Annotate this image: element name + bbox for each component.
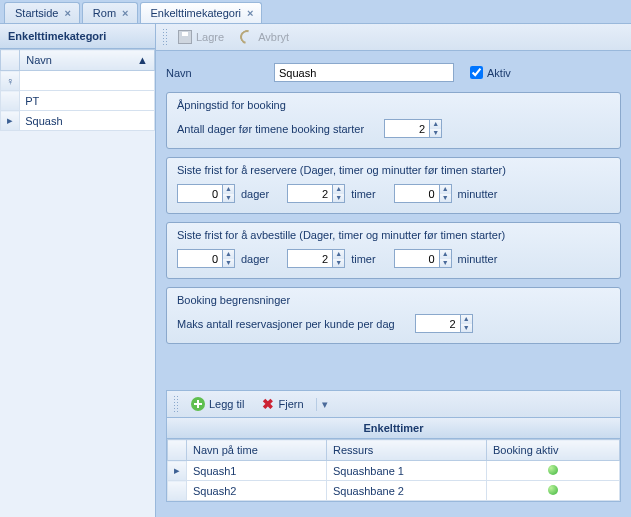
spin-down-icon[interactable]: ▼ <box>430 129 441 138</box>
spin-up-icon[interactable]: ▲ <box>223 250 234 259</box>
spin-down-icon[interactable]: ▼ <box>223 194 234 203</box>
plus-icon <box>191 397 205 411</box>
tab-label: Enkelttimekategori <box>151 7 242 19</box>
row-indicator <box>1 91 20 111</box>
table-row[interactable]: Squash2 Squashbane 2 <box>168 481 620 501</box>
dropdown-icon[interactable]: ▾ <box>316 398 330 411</box>
row-indicator: ▸ <box>168 461 187 481</box>
cell-active[interactable] <box>487 481 620 501</box>
grid-toolbar: Legg til ✖ Fjern ▾ <box>166 390 621 417</box>
spin-down-icon[interactable]: ▼ <box>223 259 234 268</box>
row-indicator-header[interactable] <box>168 440 187 461</box>
reserve-days-spinner[interactable]: ▲▼ <box>177 184 235 203</box>
spin-up-icon[interactable]: ▲ <box>333 185 344 194</box>
reserve-mins-input[interactable] <box>395 185 439 202</box>
add-button[interactable]: Legg til <box>185 395 250 413</box>
sidebar-grid: Navn ▲ ♀ PT ▸ Squash <box>0 49 155 131</box>
cell-resource[interactable]: Squashbane 1 <box>327 461 487 481</box>
spin-down-icon[interactable]: ▼ <box>440 259 451 268</box>
spin-up-icon[interactable]: ▲ <box>430 120 441 129</box>
tab-startside[interactable]: Startside × <box>4 2 80 23</box>
sidebar: Enkelttimekategori Navn ▲ ♀ PT ▸ Squash <box>0 24 156 517</box>
reserve-deadline-group: Siste frist for å reservere (Dager, time… <box>166 157 621 214</box>
opening-days-label: Antall dager før timene booking starter <box>177 123 364 135</box>
cell-name[interactable]: Squash1 <box>187 461 327 481</box>
unit-hours: timer <box>351 188 375 200</box>
column-header-active[interactable]: Booking aktiv <box>487 440 620 461</box>
spin-down-icon[interactable]: ▼ <box>333 259 344 268</box>
remove-button[interactable]: ✖ Fjern <box>256 395 309 413</box>
grid-title: Enkelttimer <box>167 418 620 439</box>
reserve-days-input[interactable] <box>178 185 222 202</box>
tab-label: Startside <box>15 7 58 19</box>
content-pane: Lagre Avbryt Navn Aktiv Åpningstid for b… <box>156 24 631 517</box>
unit-days: dager <box>241 253 269 265</box>
sidebar-title: Enkelttimekategori <box>0 24 155 49</box>
cancel-button[interactable]: Avbryt <box>234 28 295 46</box>
list-item[interactable]: PT <box>20 91 155 111</box>
cell-name[interactable]: Squash2 <box>187 481 327 501</box>
group-legend: Siste frist for å reservere (Dager, time… <box>177 164 610 176</box>
cancel-days-input[interactable] <box>178 250 222 267</box>
grip-icon <box>173 395 179 413</box>
group-legend: Åpningstid for booking <box>177 99 610 111</box>
cancel-mins-input[interactable] <box>395 250 439 267</box>
spin-up-icon[interactable]: ▲ <box>223 185 234 194</box>
opening-days-spinner[interactable]: ▲▼ <box>384 119 442 138</box>
spin-down-icon[interactable]: ▼ <box>440 194 451 203</box>
close-icon[interactable]: × <box>64 7 70 19</box>
grip-icon <box>162 28 168 46</box>
max-reservations-label: Maks antall reservasjoner per kunde per … <box>177 318 395 330</box>
name-label: Navn <box>166 67 258 79</box>
unit-mins: minutter <box>458 253 498 265</box>
tab-label: Rom <box>93 7 116 19</box>
spin-up-icon[interactable]: ▲ <box>440 250 451 259</box>
active-checkbox-input[interactable] <box>470 66 483 79</box>
booking-limits-group: Booking begrensninger Maks antall reserv… <box>166 287 621 344</box>
spin-up-icon[interactable]: ▲ <box>440 185 451 194</box>
undo-icon <box>238 27 257 46</box>
unit-mins: minutter <box>458 188 498 200</box>
row-indicator-header[interactable] <box>1 50 20 71</box>
status-active-icon <box>548 485 558 495</box>
delete-icon: ✖ <box>262 397 274 411</box>
enkelttimer-grid: Enkelttimer Navn på time Ressurs Booking… <box>166 417 621 502</box>
spin-up-icon[interactable]: ▲ <box>461 315 472 324</box>
filter-cell[interactable] <box>20 71 155 91</box>
status-active-icon <box>548 465 558 475</box>
column-header-name[interactable]: Navn på time <box>187 440 327 461</box>
cell-active[interactable] <box>487 461 620 481</box>
active-checkbox[interactable]: Aktiv <box>470 66 511 79</box>
cancel-hours-input[interactable] <box>288 250 332 267</box>
cancel-hours-spinner[interactable]: ▲▼ <box>287 249 345 268</box>
cancel-days-spinner[interactable]: ▲▼ <box>177 249 235 268</box>
table-row[interactable]: ▸ Squash1 Squashbane 1 <box>168 461 620 481</box>
cancel-deadline-group: Siste frist for å avbestille (Dager, tim… <box>166 222 621 279</box>
spin-up-icon[interactable]: ▲ <box>333 250 344 259</box>
group-legend: Booking begrensninger <box>177 294 610 306</box>
spin-down-icon[interactable]: ▼ <box>461 324 472 333</box>
max-reservations-input[interactable] <box>416 315 460 332</box>
cancel-mins-spinner[interactable]: ▲▼ <box>394 249 452 268</box>
spin-down-icon[interactable]: ▼ <box>333 194 344 203</box>
reserve-mins-spinner[interactable]: ▲▼ <box>394 184 452 203</box>
unit-days: dager <box>241 188 269 200</box>
row-indicator <box>168 481 187 501</box>
close-icon[interactable]: × <box>122 7 128 19</box>
name-input[interactable] <box>274 63 454 82</box>
reserve-hours-input[interactable] <box>288 185 332 202</box>
column-header-resource[interactable]: Ressurs <box>327 440 487 461</box>
list-item[interactable]: Squash <box>20 111 155 131</box>
tab-enkelttimekategori[interactable]: Enkelttimekategori × <box>140 2 263 23</box>
sort-asc-icon: ▲ <box>137 54 148 66</box>
max-reservations-spinner[interactable]: ▲▼ <box>415 314 473 333</box>
tab-bar: Startside × Rom × Enkelttimekategori × <box>0 0 631 24</box>
column-header-navn[interactable]: Navn ▲ <box>20 50 155 71</box>
close-icon[interactable]: × <box>247 7 253 19</box>
tab-rom[interactable]: Rom × <box>82 2 138 23</box>
cell-resource[interactable]: Squashbane 2 <box>327 481 487 501</box>
reserve-hours-spinner[interactable]: ▲▼ <box>287 184 345 203</box>
save-button[interactable]: Lagre <box>172 28 230 46</box>
opening-days-input[interactable] <box>385 120 429 137</box>
group-legend: Siste frist for å avbestille (Dager, tim… <box>177 229 610 241</box>
